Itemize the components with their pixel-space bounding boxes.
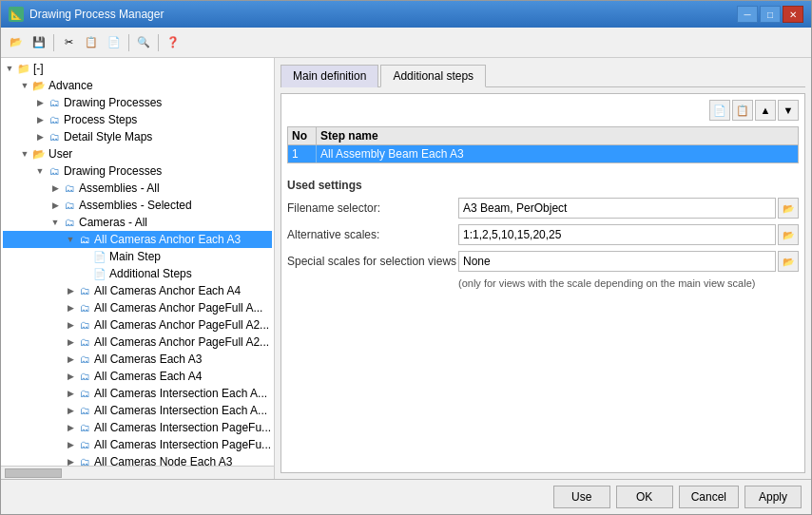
tree-item-user[interactable]: ▼ 📂 User: [3, 145, 272, 162]
tree-item-cam-node-a3[interactable]: ▶ 🗂 All Cameras Node Each A3: [3, 453, 272, 466]
tree-item-user-drawing[interactable]: ▼ 🗂 Drawing Processes: [3, 162, 272, 180]
settings-note: (only for views with the scale depending…: [458, 277, 799, 289]
step-no: 1: [288, 145, 317, 162]
left-panel: ▼ 📁 [-] ▼ 📂 Advance ▶ 🗂 Drawing Processe…: [1, 58, 275, 479]
filename-input[interactable]: [458, 198, 776, 219]
icon-cam-anchor-pf-a2b: 🗂: [77, 334, 92, 350]
icon-cam-anchor-pf-a2: 🗂: [77, 317, 92, 333]
expander-adv-process[interactable]: ▶: [33, 113, 47, 126]
minimize-button[interactable]: ─: [737, 6, 758, 23]
expander-assemblies-sel[interactable]: ▶: [48, 199, 62, 212]
toolbar-save[interactable]: 💾: [29, 32, 49, 53]
tree-item-advance[interactable]: ▼ 📂 Advance: [3, 77, 272, 94]
tree-item-root[interactable]: ▼ 📁 [-]: [3, 60, 272, 77]
tree-item-cam-int-pf2[interactable]: ▶ 🗂 All Cameras Intersection PageFu...: [3, 436, 272, 453]
main-window: 📐 Drawing Process Manager ─ □ ✕ 📂 💾 ✂ 📋 …: [0, 0, 812, 515]
move-down-button[interactable]: ▼: [778, 100, 799, 121]
tree-label-advance: Advance: [48, 79, 93, 92]
altscales-input[interactable]: [458, 224, 776, 245]
tree-item-cam-anchor-a3[interactable]: ▼ 🗂 All Cameras Anchor Each A3: [3, 231, 272, 248]
expander-cam-each-a4[interactable]: ▶: [64, 370, 77, 383]
steps-table-header: No Step name: [288, 127, 798, 145]
expander-adv-detail[interactable]: ▶: [33, 130, 47, 143]
tree-label-cam-int-pf1: All Cameras Intersection PageFu...: [94, 421, 271, 434]
toolbar-sep3: [158, 34, 159, 51]
tree-item-assemblies-all[interactable]: ▶ 🗂 Assemblies - All: [3, 180, 272, 197]
toolbar-help[interactable]: ❓: [163, 32, 184, 53]
tree-item-adv-detail[interactable]: ▶ 🗂 Detail Style Maps: [3, 128, 272, 145]
toolbar-cut[interactable]: ✂: [58, 32, 79, 53]
expander-assemblies-all[interactable]: ▶: [48, 181, 62, 195]
expander-cam-each-a3[interactable]: ▶: [64, 353, 77, 366]
expander-cam-int-1[interactable]: ▶: [64, 387, 77, 400]
tree-item-cam-int-pf1[interactable]: ▶ 🗂 All Cameras Intersection PageFu...: [3, 419, 272, 436]
tab-main-definition[interactable]: Main definition: [280, 65, 378, 87]
altscales-row: Alternative scales: 📂: [287, 224, 799, 245]
move-up-button[interactable]: ▲: [755, 100, 776, 121]
tree-item-add-steps[interactable]: ▶ 📄 Additional Steps: [3, 265, 272, 282]
tree-item-cam-anchor-pf-a2[interactable]: ▶ 🗂 All Cameras Anchor PageFull A2...: [3, 316, 272, 334]
expander-cam-int-2[interactable]: ▶: [64, 404, 77, 417]
tree-container[interactable]: ▼ 📁 [-] ▼ 📂 Advance ▶ 🗂 Drawing Processe…: [1, 58, 274, 466]
expander-cam-int-pf1[interactable]: ▶: [64, 421, 77, 434]
apply-button[interactable]: Apply: [744, 486, 802, 508]
expander-user-drawing[interactable]: ▼: [33, 164, 47, 178]
tree-item-cam-int-1[interactable]: ▶ 🗂 All Cameras Intersection Each A...: [3, 385, 272, 402]
tree-item-adv-process[interactable]: ▶ 🗂 Process Steps: [3, 111, 272, 128]
bottom-bar: Use OK Cancel Apply: [1, 479, 811, 514]
tab-additional-steps[interactable]: Additional steps: [380, 65, 486, 87]
expander-advance[interactable]: ▼: [18, 79, 31, 92]
tree-label-assemblies-all: Assemblies - All: [79, 181, 160, 195]
tab-content-additional-steps: 📄 📋 ▲ ▼ No Step name 1 All Assembly Beam…: [280, 93, 805, 473]
expander-adv-drawing[interactable]: ▶: [33, 96, 47, 109]
filename-browse-button[interactable]: 📂: [778, 198, 799, 219]
expander-root[interactable]: ▼: [3, 62, 16, 75]
right-panel: Main definition Additional steps 📄 📋 ▲ ▼: [275, 58, 811, 479]
close-button[interactable]: ✕: [783, 6, 803, 23]
tree-item-cam-anchor-a4[interactable]: ▶ 🗂 All Cameras Anchor Each A4: [3, 282, 272, 299]
toolbar-search[interactable]: 🔍: [133, 32, 154, 53]
icon-folder-root: 📁: [16, 61, 31, 76]
icon-cam-int-2: 🗂: [77, 403, 92, 418]
use-button[interactable]: Use: [553, 486, 610, 508]
icon-folder-advance: 📂: [31, 78, 47, 93]
toolbar-paste[interactable]: 📄: [104, 32, 125, 53]
steps-table-row[interactable]: 1 All Assembly Beam Each A3: [288, 145, 798, 162]
expander-cameras-all[interactable]: ▼: [48, 216, 62, 229]
tree-item-cameras-all[interactable]: ▼ 🗂 Cameras - All: [3, 214, 272, 231]
specscales-label: Special scales for selection views: [287, 255, 458, 268]
expander-cam-anchor-pf-a2[interactable]: ▶: [64, 318, 77, 332]
tree-item-cam-int-2[interactable]: ▶ 🗂 All Cameras Intersection Each A...: [3, 402, 272, 419]
toolbar-open[interactable]: 📂: [6, 32, 27, 53]
horizontal-scrollbar[interactable]: [1, 466, 274, 479]
expander-cam-int-pf2[interactable]: ▶: [64, 438, 77, 451]
col-header-no: No: [288, 127, 317, 144]
tab-toolbar: 📄 📋 ▲ ▼: [287, 100, 799, 121]
expander-cam-anchor-pf-a2b[interactable]: ▶: [64, 335, 77, 349]
specscales-input[interactable]: [458, 251, 776, 272]
expander-cam-anchor-a4[interactable]: ▶: [64, 284, 77, 297]
step-name: All Assembly Beam Each A3: [317, 145, 798, 162]
expander-cam-anchor-pf-al[interactable]: ▶: [64, 301, 77, 315]
tree-item-cam-each-a3[interactable]: ▶ 🗂 All Cameras Each A3: [3, 351, 272, 368]
ok-button[interactable]: OK: [616, 486, 673, 508]
tree-item-cam-anchor-pf-al[interactable]: ▶ 🗂 All Cameras Anchor PageFull A...: [3, 299, 272, 316]
maximize-button[interactable]: □: [760, 6, 781, 23]
toolbar-copy[interactable]: 📋: [81, 32, 102, 53]
specscales-browse-button[interactable]: 📂: [778, 251, 799, 272]
tree-item-main-step[interactable]: ▶ 📄 Main Step: [3, 248, 272, 265]
icon-adv-detail: 🗂: [47, 129, 62, 144]
tree-label-user: User: [48, 147, 72, 161]
expander-cam-anchor-a3[interactable]: ▼: [64, 233, 77, 246]
tree-item-cam-anchor-pf-a2b[interactable]: ▶ 🗂 All Cameras Anchor PageFull A2...: [3, 334, 272, 351]
altscales-browse-button[interactable]: 📂: [778, 224, 799, 245]
new-step-button[interactable]: 📄: [709, 100, 730, 121]
cancel-button[interactable]: Cancel: [679, 486, 739, 508]
expander-cam-node-a3[interactable]: ▶: [64, 455, 77, 466]
tree-item-cam-each-a4[interactable]: ▶ 🗂 All Cameras Each A4: [3, 368, 272, 385]
expander-user[interactable]: ▼: [18, 147, 31, 161]
col-header-name: Step name: [317, 127, 798, 144]
copy-step-button[interactable]: 📋: [732, 100, 753, 121]
tree-item-assemblies-sel[interactable]: ▶ 🗂 Assemblies - Selected: [3, 197, 272, 214]
tree-item-adv-drawing[interactable]: ▶ 🗂 Drawing Processes: [3, 94, 272, 111]
